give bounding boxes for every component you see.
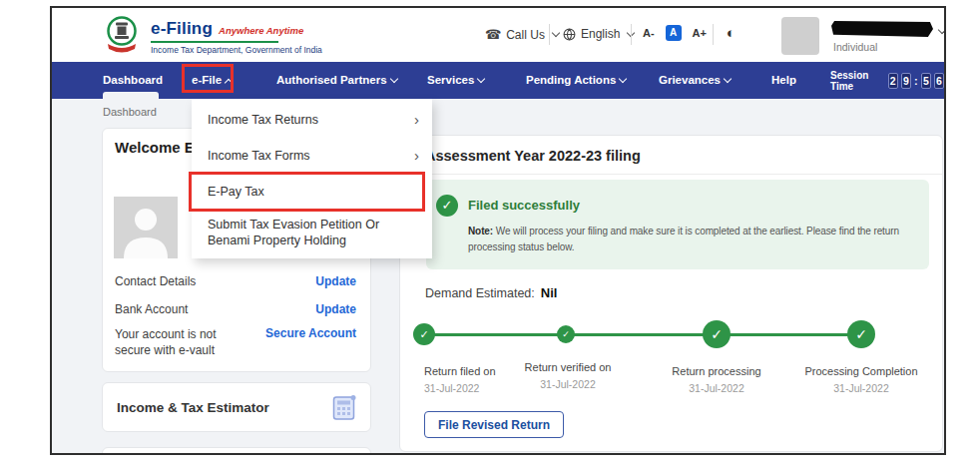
header-divider	[549, 24, 550, 45]
menu-item-label: Income Tax Forms	[208, 149, 310, 163]
timeline-step: Return processing 31-Jul-2022	[655, 365, 778, 394]
chevron-down-icon	[938, 26, 946, 34]
session-timer: Session Time 2 9 : 5 6	[830, 62, 944, 99]
contrast-toggle-icon[interactable]: ◐	[727, 24, 735, 41]
timeline-step: Return filed on 31-Jul-2022	[424, 365, 496, 394]
chevron-down-icon	[477, 75, 485, 83]
menu-item-income-tax-returns[interactable]: Income Tax Returns ›	[192, 103, 432, 136]
step-date: 31-Jul-2022	[424, 382, 496, 394]
calculator-icon	[332, 394, 356, 421]
timeline-step: Processing Completion 31-Jul-2022	[799, 365, 923, 394]
bank-account-row: Bank Account Update	[115, 302, 356, 316]
redacted-username	[831, 21, 933, 37]
filed-successfully-title: Filed successfully	[468, 198, 580, 213]
demand-value: Nil	[541, 285, 558, 300]
top-header: e-Filing Anywhere Anytime Income Tax Dep…	[52, 8, 944, 62]
step-label: Return filed on	[424, 365, 496, 377]
step-label: Return processing	[655, 365, 778, 377]
nav-services-label: Services	[427, 74, 474, 86]
profile-avatar-placeholder	[114, 197, 178, 258]
india-emblem-icon	[102, 13, 142, 57]
session-digit: 2	[888, 73, 898, 89]
user-menu[interactable]	[831, 21, 933, 37]
demand-label: Demand Estimated:	[425, 286, 535, 300]
bank-account-label: Bank Account	[115, 302, 188, 316]
secure-account-link[interactable]: Secure Account	[265, 326, 356, 358]
nav-authorised-partners[interactable]: Authorised Partners	[276, 62, 397, 99]
session-digit: 5	[921, 73, 931, 89]
font-size-controls: A- A A+	[643, 25, 707, 41]
call-us-label: Call Us	[506, 28, 545, 42]
timeline-check-icon: ✓	[557, 325, 575, 343]
file-revised-return-button[interactable]: File Revised Return	[424, 411, 564, 438]
call-us-dropdown[interactable]: ☎ Call Us	[485, 27, 559, 42]
submenu-arrow-icon: ›	[414, 147, 419, 164]
nav-grievances[interactable]: Grievances	[659, 62, 731, 99]
note-text: We will process your filing and make sur…	[468, 226, 899, 252]
nav-services[interactable]: Services	[427, 62, 484, 99]
logo-text: e-Filing Anywhere Anytime Income Tax Dep…	[151, 13, 322, 57]
chevron-down-icon	[552, 29, 560, 37]
nav-pa-label: Pending Actions	[526, 74, 616, 86]
filing-status-card: Assessment Year 2022-23 filing ✓ Filed s…	[399, 135, 943, 452]
contact-details-row: Contact Details Update	[115, 274, 356, 288]
annotation-box-efile	[182, 64, 234, 93]
timeline-connector	[424, 333, 861, 336]
app-window: e-Filing Anywhere Anytime Income Tax Dep…	[50, 6, 946, 455]
chevron-down-icon	[389, 75, 397, 83]
font-decrease-button[interactable]: A-	[643, 27, 655, 39]
user-role-label: Individual	[833, 41, 877, 53]
timeline-check-icon: ✓	[413, 323, 435, 345]
language-dropdown[interactable]: English	[563, 27, 634, 41]
nav-grievances-label: Grievances	[659, 74, 721, 86]
filing-card-title: Assessment Year 2022-23 filing	[425, 148, 641, 164]
logo-subtitle: Income Tax Department, Government of Ind…	[151, 45, 322, 55]
efiling-logo: e-Filing Anywhere Anytime Income Tax Dep…	[102, 13, 322, 57]
header-divider	[713, 24, 714, 45]
logo-tagline: Anywhere Anytime	[219, 25, 303, 36]
title-divider	[400, 174, 942, 175]
nav-help[interactable]: Help	[771, 62, 796, 99]
timeline-check-icon: ✓	[847, 320, 875, 348]
session-digit: 9	[901, 73, 911, 89]
welcome-title: Welcome E	[115, 139, 195, 156]
evault-label: Your account is not secure with e-vault	[115, 326, 246, 358]
avatar[interactable]	[781, 17, 819, 55]
evault-row: Your account is not secure with e-vault …	[115, 326, 356, 358]
contact-details-label: Contact Details	[115, 274, 196, 288]
session-colon: :	[914, 75, 918, 87]
estimator-title: Income & Tax Estimator	[117, 400, 269, 415]
filed-success-banner: ✓ Filed successfully Note: We will proce…	[426, 180, 929, 269]
menu-item-label: Submit Tax Evasion Petition Or Benami Pr…	[208, 217, 410, 249]
nav-pending-actions[interactable]: Pending Actions	[526, 62, 626, 99]
nav-ap-label: Authorised Partners	[276, 74, 387, 86]
step-label: Return verified on	[506, 361, 630, 373]
header-divider	[631, 24, 632, 45]
filing-note: Note: We will process your filing and ma…	[468, 224, 929, 254]
font-default-button[interactable]: A	[666, 25, 682, 41]
logo-divider	[151, 41, 278, 43]
session-timer-label: Session Time	[830, 70, 882, 92]
active-tab-indicator	[103, 92, 159, 99]
language-label: English	[581, 27, 620, 41]
update-contact-link[interactable]: Update	[315, 274, 356, 288]
annotation-box-epay-tax	[189, 172, 425, 212]
font-increase-button[interactable]: A+	[693, 27, 707, 39]
update-bank-link[interactable]: Update	[315, 302, 356, 316]
phone-icon: ☎	[485, 27, 501, 42]
chevron-down-icon	[619, 75, 627, 83]
demand-estimated: Demand Estimated:Nil	[425, 285, 557, 300]
menu-item-submit-tax-evasion[interactable]: Submit Tax Evasion Petition Or Benami Pr…	[192, 210, 432, 255]
menu-item-label: Income Tax Returns	[208, 113, 318, 127]
submenu-arrow-icon: ›	[414, 111, 419, 128]
step-date: 31-Jul-2022	[506, 378, 630, 390]
check-circle-icon: ✓	[436, 195, 458, 217]
chevron-down-icon	[724, 75, 732, 83]
breadcrumb[interactable]: Dashboard	[103, 106, 157, 118]
timeline-check-icon: ✓	[703, 320, 731, 348]
menu-item-income-tax-forms[interactable]: Income Tax Forms ›	[192, 139, 432, 172]
session-digit: 6	[934, 73, 944, 89]
logo-title: e-Filing	[151, 19, 213, 39]
income-tax-estimator-card[interactable]: Income & Tax Estimator	[102, 382, 371, 432]
timeline-step: Return verified on 31-Jul-2022	[506, 361, 630, 390]
